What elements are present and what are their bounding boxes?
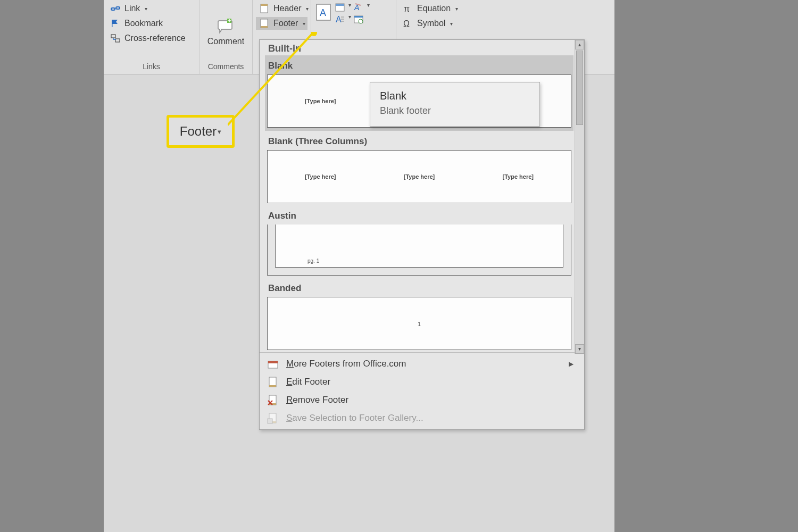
svg-rect-14 [336,4,344,6]
cross-reference-icon [110,33,121,44]
svg-rect-3 [111,35,115,38]
chevron-down-icon: ▾ [348,14,351,24]
svg-rect-1 [116,7,120,9]
chevron-down-icon: ▾ [450,21,453,27]
cross-reference-button[interactable]: Cross-reference [107,32,196,45]
svg-rect-10 [261,26,268,28]
annotation-label: Footer [180,124,217,139]
gallery-item-title: Blank (Three Columns) [265,131,573,149]
svg-rect-27 [269,385,276,387]
menu-label: Remove Footer [286,395,348,405]
ribbon-group-comments: Comment Comments [200,0,253,74]
symbol-button[interactable]: Ω Symbol ▾ [400,17,478,30]
office-store-icon [267,358,279,370]
svg-rect-2 [112,20,113,27]
gallery-item-banded[interactable]: Banded 1 [265,278,573,350]
menu-label: Edit Footer [286,377,330,387]
svg-text:A: A [320,7,326,18]
word-window: Link ▾ Bookmark Cross-reference Links [104,0,614,532]
svg-point-19 [359,19,363,23]
gallery-thumb: 1 [267,297,571,350]
pi-icon: π [403,3,413,14]
chevron-down-icon: ▾ [348,2,351,13]
menu-label: More Footers from Office.com [286,359,406,369]
equation-button[interactable]: π Equation ▾ [400,2,478,15]
svg-text:Ω: Ω [403,19,410,28]
svg-rect-25 [268,361,278,363]
ribbon-group-links: Link ▾ Bookmark Cross-reference Links [104,0,200,74]
gallery-bottom-menu: More Footers from Office.com ▶ Edit Foot… [260,352,584,429]
link-button[interactable]: Link ▾ [107,2,196,15]
gallery-item-blank-three-columns[interactable]: Blank (Three Columns) [Type here] [Type … [265,131,573,203]
menu-save-footer-gallery: Save Selection to Footer Gallery... [260,409,584,427]
header-button[interactable]: Header ▾ [256,2,307,15]
link-label: Link [124,4,140,13]
menu-more-footers[interactable]: More Footers from Office.com ▶ [260,355,584,373]
chevron-down-icon: ▾ [306,6,309,12]
placeholder-text: [Type here] [503,173,534,180]
comments-group-label: Comments [203,62,249,73]
svg-rect-8 [261,4,268,6]
svg-rect-32 [268,419,272,423]
quick-parts-icon[interactable] [335,2,345,13]
page-number-text: pg. 1 [307,258,319,264]
svg-rect-4 [115,39,120,42]
placeholder-text: [Type here] [305,98,336,104]
header-label: Header [273,4,301,13]
svg-text:A: A [336,15,342,24]
footer-button[interactable]: Footer ▾ [256,17,307,30]
tooltip-title: Blank [380,90,530,102]
omega-icon: Ω [403,18,413,29]
header-page-icon [259,3,270,14]
placeholder-text: [Type here] [305,173,336,180]
remove-footer-icon [267,394,279,406]
equation-label: Equation [417,4,451,13]
bookmark-label: Bookmark [124,19,163,28]
text-box-icon[interactable]: A [314,2,332,23]
placeholder-text: [Type here] [404,173,435,180]
date-time-icon[interactable] [353,14,364,24]
submenu-arrow-icon: ▶ [569,360,577,368]
menu-label: Save Selection to Footer Gallery... [286,413,423,423]
gallery-item-title: Blank [265,55,573,73]
annotation-footer-callout: Footer ▾ [167,115,235,148]
cross-reference-label: Cross-reference [124,34,186,43]
chevron-down-icon: ▾ [367,2,370,13]
save-gallery-icon [267,412,279,424]
footer-page-icon [267,376,279,388]
gallery-thumb: pg. 1 [267,225,571,276]
bookmark-button[interactable]: Bookmark [107,17,196,30]
scroll-down-button[interactable]: ▾ [575,344,584,354]
gallery-thumb: [Type here] [Type here] [Type here] [267,150,571,203]
footer-page-icon [259,18,270,29]
bookmark-flag-icon [110,18,121,29]
links-group-label: Links [107,62,196,73]
gallery-section-builtin: Built-in [265,40,573,55]
footer-label: Footer [273,19,298,28]
svg-rect-0 [111,8,115,10]
svg-text:π: π [404,4,410,13]
symbol-label: Symbol [417,19,445,28]
link-icon [110,3,121,14]
chevron-down-icon: ▾ [145,6,147,12]
gallery-item-title: Banded [265,278,573,296]
chevron-down-icon: ▾ [455,6,458,12]
gallery-scrollbar[interactable]: ▴ ▾ [575,40,584,354]
scroll-thumb[interactable] [576,51,583,125]
menu-remove-footer[interactable]: Remove Footer [260,391,584,409]
menu-edit-footer[interactable]: Edit Footer [260,373,584,391]
gallery-item-title: Austin [265,205,573,223]
page-number-text: 1 [418,321,421,327]
tooltip-blank-footer: Blank Blank footer [370,82,540,127]
svg-rect-18 [354,16,363,18]
drop-cap-icon[interactable]: A [335,14,345,24]
comment-label: Comment [207,37,244,46]
chevron-down-icon: ▾ [303,21,305,27]
gallery-item-austin[interactable]: Austin pg. 1 [265,205,573,276]
tooltip-description: Blank footer [380,105,530,117]
wordart-icon[interactable]: A [353,2,364,13]
comment-icon [215,18,236,36]
scroll-up-button[interactable]: ▴ [575,40,584,49]
comment-button[interactable]: Comment [204,18,247,47]
chevron-down-icon: ▾ [218,128,221,136]
